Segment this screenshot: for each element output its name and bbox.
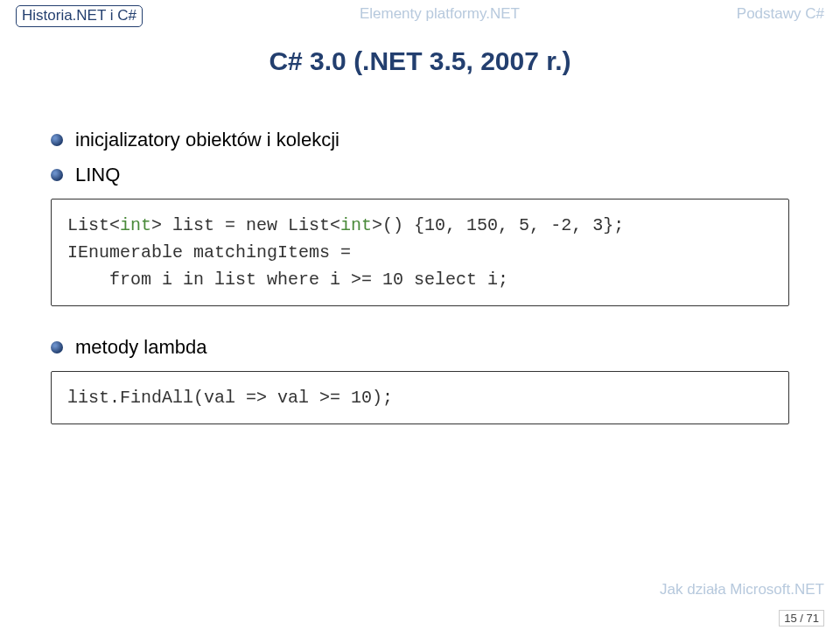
bullet-text: LINQ bbox=[75, 164, 120, 186]
code-block-linq: List<int> list = new List<int>() {10, 15… bbox=[51, 199, 789, 306]
slide-content: inicjalizatory obiektów i kolekcji LINQ … bbox=[0, 129, 840, 424]
bullet-item: LINQ bbox=[51, 164, 789, 186]
bullet-text: metody lambda bbox=[75, 336, 206, 359]
page-number: 15 / 71 bbox=[779, 610, 824, 626]
bullet-text: inicjalizatory obiektów i kolekcji bbox=[75, 129, 340, 151]
nav-left-active[interactable]: Historia.NET i C# bbox=[16, 5, 143, 27]
bullet-icon bbox=[51, 134, 63, 146]
nav-center[interactable]: Elementy platformy.NET bbox=[360, 5, 520, 23]
slide-title: C# 3.0 (.NET 3.5, 2007 r.) bbox=[0, 46, 840, 76]
bullet-item: metody lambda bbox=[51, 336, 789, 359]
bullet-icon bbox=[51, 341, 63, 354]
footer-talk-title: Jak działa Microsoft.NET bbox=[660, 581, 824, 598]
nav-header: Historia.NET i C# Elementy platformy.NET… bbox=[0, 0, 840, 31]
bullet-icon bbox=[51, 169, 63, 181]
bullet-item: inicjalizatory obiektów i kolekcji bbox=[51, 129, 789, 151]
code-block-lambda: list.FindAll(val => val >= 10); bbox=[51, 371, 789, 424]
nav-right[interactable]: Podstawy C# bbox=[737, 5, 824, 23]
